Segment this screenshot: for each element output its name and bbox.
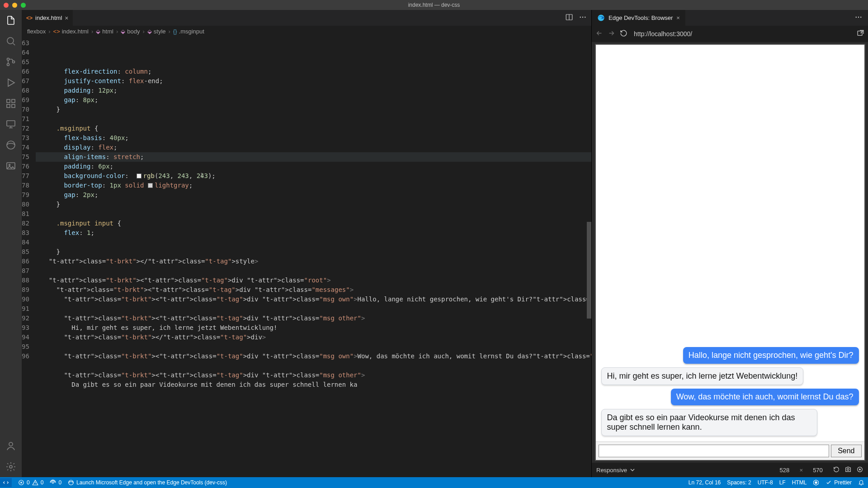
status-prettier[interactable]: Prettier bbox=[826, 479, 852, 486]
svg-point-15 bbox=[580, 17, 581, 18]
url-field[interactable]: http://localhost:3000/ bbox=[632, 28, 852, 39]
browser-toolbar: http://localhost:3000/ bbox=[592, 26, 868, 42]
svg-point-23 bbox=[847, 468, 849, 470]
settings-gear-icon[interactable] bbox=[5, 461, 17, 473]
more-actions-icon[interactable] bbox=[849, 13, 868, 23]
forward-icon bbox=[608, 29, 615, 38]
activity-bar bbox=[0, 10, 22, 477]
breadcrumb-segment: ⬙html bbox=[96, 28, 113, 35]
chat-input[interactable] bbox=[599, 445, 830, 457]
svg-rect-8 bbox=[7, 121, 15, 126]
tab-close-icon[interactable]: × bbox=[65, 14, 68, 22]
svg-point-21 bbox=[860, 17, 861, 18]
svg-point-2 bbox=[7, 64, 9, 66]
image-gallery-icon[interactable] bbox=[5, 160, 17, 172]
edge-tools-icon[interactable] bbox=[5, 139, 17, 151]
svg-point-13 bbox=[9, 465, 12, 468]
remote-indicator[interactable] bbox=[0, 478, 12, 487]
status-eol[interactable]: LF bbox=[779, 479, 786, 486]
code-lines[interactable]: flex-direction: column; justify-content:… bbox=[36, 37, 591, 477]
chat-messages: Hallo, lange nicht gesprochen, wie geht'… bbox=[596, 45, 864, 441]
screenshot-icon[interactable] bbox=[844, 466, 852, 474]
send-button[interactable]: Send bbox=[831, 445, 861, 457]
editor-column: <> index.html × flexbox› <> index.html› … bbox=[22, 10, 591, 477]
status-launch-hint[interactable]: Launch Microsoft Edge and open the Edge … bbox=[68, 479, 227, 486]
chat-msg-other: Hi, mir geht es super, ich lerne jetzt W… bbox=[601, 367, 804, 385]
status-cursor[interactable]: Ln 72, Col 16 bbox=[689, 479, 721, 486]
back-icon bbox=[595, 29, 603, 38]
status-indent[interactable]: Spaces: 2 bbox=[727, 479, 751, 486]
breadcrumb-segment: flexbox bbox=[27, 28, 46, 35]
svg-point-1 bbox=[7, 58, 9, 61]
code-editor[interactable]: 6364656667686970717273747576777879808182… bbox=[22, 37, 591, 477]
devtools-tab-label: Edge DevTools: Browser bbox=[609, 14, 673, 21]
viewport-height-input[interactable] bbox=[807, 467, 828, 474]
editor-tabs: <> index.html × bbox=[22, 10, 591, 26]
html-file-icon: <> bbox=[26, 15, 33, 21]
svg-point-19 bbox=[856, 17, 857, 18]
device-toolbar: Responsive × bbox=[592, 463, 868, 477]
status-bar: 0 0 0 Launch Microsoft Edge and open the… bbox=[0, 477, 868, 488]
open-external-icon[interactable] bbox=[857, 29, 864, 38]
extensions-icon[interactable] bbox=[5, 98, 17, 109]
tab-edge-devtools[interactable]: Edge DevTools: Browser × bbox=[592, 10, 685, 26]
rotate-icon[interactable] bbox=[833, 466, 840, 474]
svg-point-16 bbox=[582, 17, 583, 18]
scrollbar[interactable] bbox=[587, 37, 591, 477]
accounts-icon[interactable] bbox=[5, 440, 17, 452]
remote-explorer-icon[interactable] bbox=[5, 118, 17, 130]
devtools-tab-close-icon[interactable]: × bbox=[676, 14, 680, 21]
macos-titlebar: index.html — dev-css bbox=[0, 0, 868, 10]
svg-point-17 bbox=[585, 17, 585, 18]
status-language[interactable]: HTML bbox=[792, 479, 807, 486]
device-frame: Hallo, lange nicht gesprochen, wie geht'… bbox=[595, 44, 865, 461]
split-editor-icon[interactable] bbox=[565, 13, 573, 23]
svg-rect-5 bbox=[12, 99, 15, 103]
status-eslint-icon[interactable] bbox=[813, 479, 819, 486]
text-cursor-icon bbox=[198, 171, 205, 179]
breadcrumb[interactable]: flexbox› <> index.html› ⬙html› ⬙body› ⬙s… bbox=[22, 26, 591, 37]
svg-point-27 bbox=[52, 482, 54, 483]
viewport-width-input[interactable] bbox=[774, 467, 795, 474]
chevron-down-icon bbox=[629, 466, 636, 474]
search-icon[interactable] bbox=[5, 35, 17, 47]
chat-input-bar: Send bbox=[596, 441, 864, 460]
breadcrumb-segment: {}.msginput bbox=[173, 28, 204, 35]
svg-rect-7 bbox=[12, 104, 15, 108]
chat-msg-own: Wow, das möchte ich auch, womit lernst D… bbox=[671, 389, 859, 405]
svg-rect-6 bbox=[7, 104, 10, 108]
window-title: index.html — dev-css bbox=[0, 2, 868, 8]
svg-point-9 bbox=[7, 141, 15, 149]
inspect-icon[interactable] bbox=[856, 466, 863, 474]
reload-icon[interactable] bbox=[620, 29, 627, 38]
svg-point-3 bbox=[13, 61, 15, 63]
explorer-icon[interactable] bbox=[5, 14, 17, 26]
status-problems[interactable]: 0 0 bbox=[18, 479, 43, 486]
status-encoding[interactable]: UTF-8 bbox=[758, 479, 773, 486]
status-ports[interactable]: 0 bbox=[50, 479, 61, 486]
tab-index-html[interactable]: <> index.html × bbox=[22, 10, 73, 26]
x-separator: × bbox=[799, 467, 803, 474]
svg-rect-22 bbox=[858, 31, 862, 36]
breadcrumb-segment: ⬙style bbox=[147, 28, 166, 35]
svg-point-25 bbox=[859, 469, 861, 470]
edge-icon bbox=[597, 14, 605, 22]
svg-point-11 bbox=[9, 164, 10, 166]
source-control-icon[interactable] bbox=[5, 56, 17, 68]
svg-point-12 bbox=[9, 442, 13, 446]
tab-label: index.html bbox=[35, 14, 62, 21]
device-select[interactable]: Responsive bbox=[596, 466, 636, 474]
devtools-tabs: Edge DevTools: Browser × bbox=[592, 10, 868, 26]
svg-point-28 bbox=[69, 480, 74, 485]
status-bell-icon[interactable] bbox=[858, 479, 864, 486]
devtools-panel: Edge DevTools: Browser × http://localhos… bbox=[591, 10, 868, 477]
svg-rect-4 bbox=[7, 99, 10, 103]
run-debug-icon[interactable] bbox=[5, 77, 17, 89]
line-gutter: 6364656667686970717273747576777879808182… bbox=[22, 37, 36, 477]
more-actions-icon[interactable] bbox=[579, 13, 587, 23]
chat-msg-own: Hallo, lange nicht gesprochen, wie geht'… bbox=[683, 347, 859, 364]
breadcrumb-segment: <> index.html bbox=[53, 28, 89, 35]
preview-viewport: Hallo, lange nicht gesprochen, wie geht'… bbox=[592, 42, 868, 463]
svg-point-0 bbox=[7, 38, 14, 44]
chat-msg-other: Da gibt es so ein paar Videokurse mit de… bbox=[601, 409, 818, 436]
